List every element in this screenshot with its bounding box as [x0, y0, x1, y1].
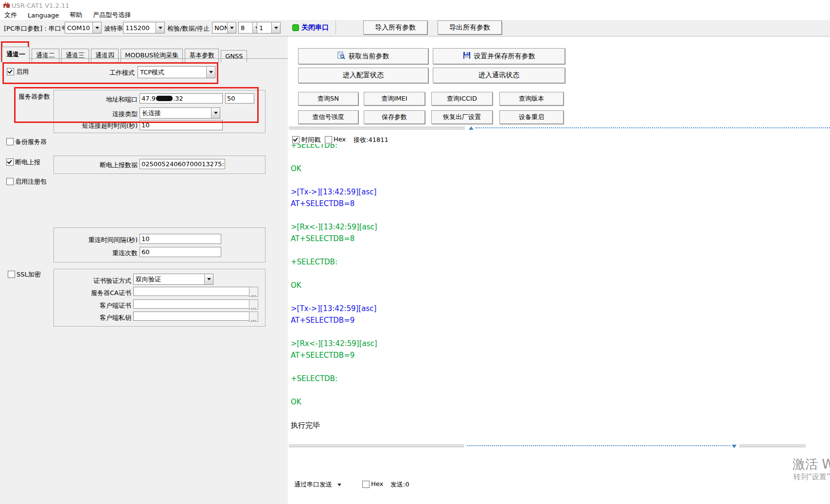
reconnect-count-input[interactable]: 60 — [140, 247, 221, 257]
enable-checkbox[interactable] — [7, 68, 14, 75]
log-line: AT+SELECTDB=8 — [291, 233, 830, 244]
set-save-params-button[interactable]: 设置并保存所有参数 — [433, 48, 565, 64]
chevron-down-icon[interactable] — [92, 22, 101, 33]
menu-product-model[interactable]: 产品型号选择 — [93, 11, 131, 19]
splitter-collapse-down-icon[interactable] — [732, 445, 737, 448]
log-line — [291, 151, 830, 163]
query-sn-button[interactable]: 查询SN — [298, 92, 358, 105]
enter-comm-button[interactable]: 进入通讯状态 — [433, 68, 565, 83]
tab-gnss[interactable]: GNSS — [221, 50, 247, 62]
ssl-checkbox[interactable] — [8, 271, 15, 278]
ca-cert-browse-button[interactable]: ... — [249, 287, 258, 297]
enable-label: 启用 — [16, 68, 29, 76]
log-line — [291, 408, 830, 419]
reconnect-interval-input[interactable]: 10 — [140, 234, 221, 244]
recv-count: 接收:41811 — [353, 136, 389, 144]
client-key-input[interactable] — [133, 312, 252, 321]
chevron-down-icon[interactable] — [271, 22, 280, 33]
tab-channel-1[interactable]: 通道一 — [2, 47, 30, 62]
ssl-label: SSL加密 — [17, 270, 41, 279]
log-line: >[Rx<-][13:42:59][asc] — [291, 338, 830, 349]
cert-mode-select[interactable]: 双向验证 — [133, 274, 213, 285]
poweroff-report-checkbox[interactable] — [6, 158, 14, 166]
log-line: +SELECTDB: — [291, 144, 830, 151]
register-packet-label: 启用注册包 — [15, 177, 47, 186]
app-window: USR-CAT1 V1.2.11 文件 Language 帮助 产品型号选择 [… — [0, 0, 830, 504]
app-icon — [3, 2, 10, 10]
window-title: USR-CAT1 V1.2.11 — [12, 2, 70, 9]
close-port-button[interactable]: 关闭串口 — [301, 23, 329, 32]
query-imei-button[interactable]: 查询IMEI — [364, 92, 425, 105]
client-cert-input[interactable] — [133, 299, 252, 309]
client-cert-browse-button[interactable]: ... — [249, 299, 258, 310]
backup-server-checkbox[interactable] — [6, 138, 14, 145]
tab-baseline — [0, 58, 288, 59]
poweroff-data-label: 断电上报数据 — [89, 161, 138, 170]
query-version-button[interactable]: 查询版本 — [499, 92, 564, 105]
sent-count: 发送:0 — [390, 480, 409, 489]
recv-hex-label: Hex — [334, 136, 346, 143]
save-params-button[interactable]: 保存参数 — [364, 110, 425, 124]
enter-config-button[interactable]: 进入配置状态 — [298, 68, 428, 83]
log-line — [291, 326, 830, 338]
log-line — [291, 268, 830, 279]
tab-channel-3[interactable]: 通道三 — [61, 49, 89, 62]
get-params-button[interactable]: 获取当前参数 — [298, 48, 428, 64]
query-iccid-button[interactable]: 查询ICCID — [431, 92, 493, 105]
log-line: 执行完毕 — [291, 419, 830, 431]
send-hex-checkbox[interactable] — [362, 481, 370, 488]
log-splitter-top[interactable] — [288, 126, 830, 131]
export-params-button[interactable]: 导出所有参数 — [438, 20, 502, 35]
short-timeout-label: 短连接超时时间(秒) — [70, 122, 138, 130]
baud-rate-select[interactable]: 115200 — [123, 22, 165, 34]
chevron-down-icon[interactable] — [211, 108, 220, 118]
chevron-down-icon[interactable] — [337, 484, 341, 486]
chevron-down-icon[interactable] — [227, 22, 236, 33]
server-address-input[interactable]: 47.9.32 — [140, 93, 223, 104]
ca-cert-input[interactable] — [133, 287, 252, 296]
conn-type-select[interactable]: 长连接 — [140, 107, 220, 119]
tab-modbus[interactable]: MODBUS轮询采集 — [121, 49, 183, 62]
log-line — [291, 244, 830, 256]
factory-reset-button[interactable]: 恢复出厂设置 — [431, 110, 493, 124]
splitter-collapse-up-icon[interactable] — [469, 126, 474, 130]
log-line — [291, 291, 830, 303]
short-timeout-input[interactable]: 10 — [140, 120, 223, 130]
log-line: +SELECTDB: — [291, 373, 830, 384]
log-splitter-bottom[interactable] — [288, 443, 830, 448]
send-via-serial-dropdown[interactable]: 通过串口发送 — [294, 480, 332, 489]
parity-select[interactable]: NONI — [212, 22, 236, 34]
menu-language[interactable]: Language — [28, 12, 59, 19]
reboot-device-button[interactable]: 设备重启 — [499, 110, 564, 124]
server-group-label: 服务器参数 — [18, 92, 50, 101]
log-line: +SELECTDB: — [291, 256, 830, 268]
chevron-down-icon[interactable] — [156, 22, 164, 33]
query-signal-button[interactable]: 查信号强度 — [298, 110, 358, 124]
log-line: AT+SELECTDB=8 — [291, 198, 830, 209]
tab-channel-4[interactable]: 通道四 — [91, 49, 119, 62]
chevron-down-icon[interactable] — [204, 274, 213, 284]
client-cert-label: 客户端证书 — [83, 301, 131, 310]
cert-mode-label: 证书验证方式 — [83, 277, 131, 285]
register-packet-checkbox[interactable] — [6, 178, 14, 185]
reconnect-group-box — [53, 227, 265, 262]
chevron-down-icon[interactable] — [206, 67, 215, 78]
backup-server-label: 备份服务器 — [15, 138, 47, 146]
import-params-button[interactable]: 导入所有参数 — [363, 20, 427, 35]
work-mode-select[interactable]: TCP模式 — [138, 66, 215, 78]
poweroff-data-input[interactable]: 02500524060700013275:PO — [140, 159, 225, 169]
server-port-input[interactable]: 50 — [225, 93, 254, 104]
menu-help[interactable]: 帮助 — [70, 11, 82, 19]
log-body[interactable]: +SELECTDB: OK >[Tx->][13:42:59][asc]AT+S… — [288, 144, 830, 442]
timestamp-checkbox[interactable] — [292, 136, 300, 143]
tab-channel-2[interactable]: 通道二 — [32, 49, 59, 62]
document-search-icon — [337, 52, 345, 61]
menu-file[interactable]: 文件 — [4, 11, 17, 19]
log-line — [291, 209, 830, 221]
com-port-select[interactable]: COM10 — [65, 22, 102, 34]
stop-bits-select[interactable]: 1 — [257, 22, 281, 34]
client-key-browse-button[interactable]: ... — [249, 312, 258, 322]
tab-basic-params[interactable]: 基本参数 — [185, 49, 219, 62]
recv-hex-checkbox[interactable] — [325, 136, 332, 143]
conn-type-label: 连接类型 — [99, 110, 138, 119]
